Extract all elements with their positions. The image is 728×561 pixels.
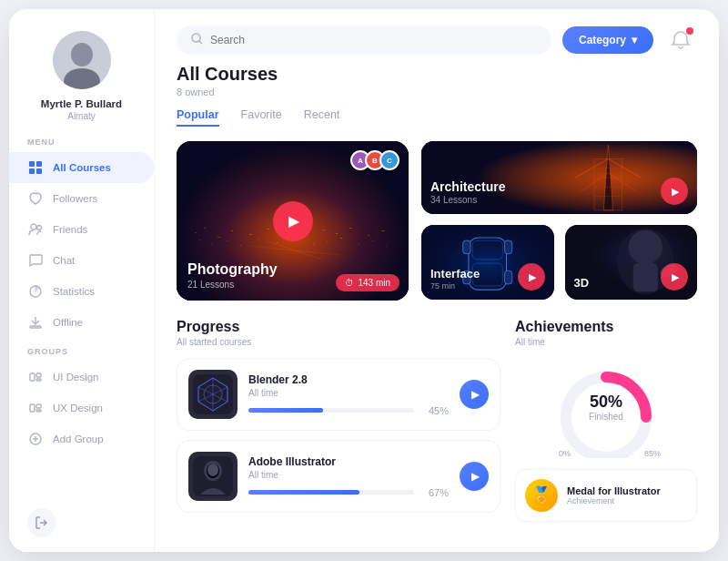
cards-right: Architecture 34 Lessons ▶	[421, 141, 697, 301]
blender-progress-bar	[248, 408, 414, 413]
progress-item-blender: Blender 2.8 All time 45% ▶	[177, 358, 500, 431]
sidebar-item-statistics[interactable]: Statistics	[9, 276, 154, 307]
sidebar-item-offline[interactable]: Offline	[9, 307, 154, 338]
play-button-large[interactable]: ▶	[273, 201, 313, 241]
card-3d[interactable]: 3D ▶	[565, 225, 698, 300]
heart-icon	[27, 190, 44, 207]
main-content: Category ▾ All Courses 8 owned Popular F…	[155, 9, 719, 552]
tab-recent[interactable]: Recent	[304, 108, 340, 127]
sidebar-item-label: Friends	[53, 224, 87, 235]
two-col-row: Progress All started courses	[177, 319, 697, 522]
sidebar-item-all-courses[interactable]: All Courses	[9, 152, 154, 183]
blender-play-button[interactable]: ▶	[460, 380, 489, 409]
bottom-cards: Interface 75 min ▶	[421, 225, 697, 301]
groups-label: GROUPS	[9, 347, 68, 356]
blender-time: All time	[248, 388, 449, 398]
iface-sub: 75 min	[430, 281, 480, 291]
card-interface[interactable]: Interface 75 min ▶	[421, 225, 554, 300]
logout-wrap	[9, 508, 154, 537]
svg-point-77	[628, 230, 662, 264]
chat-icon	[27, 252, 44, 269]
svg-point-7	[31, 224, 36, 230]
sidebar-item-ui-design[interactable]: UI Design	[9, 362, 154, 393]
sidebar-item-followers[interactable]: Followers	[9, 183, 154, 214]
user-name: Myrtle P. Bullard	[41, 98, 122, 109]
scroll-area: All Courses 8 owned Popular Favorite Rec…	[155, 64, 719, 552]
donut-label: Finished	[589, 412, 623, 422]
td-title: 3D	[574, 276, 590, 290]
svg-text:0%: 0%	[559, 449, 571, 458]
play-icon: ▶	[288, 212, 299, 230]
svg-rect-16	[36, 410, 41, 412]
card-architecture[interactable]: Architecture 34 Lessons ▶	[421, 141, 697, 214]
card-avatars: A B C	[350, 150, 399, 170]
svg-point-1	[71, 43, 93, 66]
svg-rect-15	[36, 404, 41, 408]
tab-favorite[interactable]: Favorite	[241, 108, 282, 127]
svg-rect-14	[30, 404, 35, 412]
illustrator-thumbnail	[188, 452, 238, 501]
notification-dot	[686, 27, 693, 35]
tab-popular[interactable]: Popular	[177, 108, 219, 127]
avatar-3: C	[379, 150, 399, 170]
offline-icon	[27, 314, 44, 331]
illustrator-play-button[interactable]: ▶	[460, 462, 489, 491]
achievements-section: Achievements All time 0% 85%	[515, 319, 697, 522]
card-photography[interactable]: A B C Photography 21 Lessons ▶	[177, 141, 409, 301]
add-icon	[27, 431, 44, 447]
svg-rect-10	[30, 326, 41, 328]
iface-title: Interface	[430, 267, 480, 280]
category-button[interactable]: Category ▾	[562, 26, 653, 54]
illustrator-name: Adobe Illustrator	[248, 455, 449, 468]
sidebar-item-ux-design[interactable]: UX Design	[9, 393, 154, 423]
cards-row: A B C Photography 21 Lessons ▶	[177, 141, 697, 301]
blender-thumbnail	[188, 370, 238, 419]
svg-point-8	[37, 226, 42, 230]
svg-rect-4	[36, 161, 42, 167]
play-icon: ▶	[529, 271, 536, 283]
sidebar-item-label: Offline	[53, 317, 83, 328]
sidebar-item-label: UI Design	[53, 372, 99, 382]
donut-center: 50% Finished	[589, 393, 623, 422]
donut-percent: 50%	[590, 393, 622, 412]
sidebar: Myrtle P. Bullard Almaty Menu All Course…	[9, 9, 155, 552]
sidebar-item-label: Followers	[53, 193, 97, 204]
badge-name: Medal for Illustrator	[567, 485, 661, 496]
arch-title: Architecture	[430, 179, 505, 194]
topbar: Category ▾	[155, 9, 719, 64]
svg-line-22	[199, 41, 203, 45]
logout-button[interactable]	[27, 508, 56, 537]
blender-info: Blender 2.8 All time 45%	[248, 373, 449, 416]
illustrator-percent: 67%	[429, 487, 449, 498]
play-button-iface[interactable]: ▶	[518, 263, 545, 291]
courses-subtitle: 8 owned	[177, 87, 697, 97]
badge-item: 🏅 Medal for Illustrator Achievement	[515, 469, 697, 522]
progress-section: Progress All started courses	[177, 319, 500, 522]
sidebar-item-add-group[interactable]: Add Group	[9, 423, 154, 454]
svg-rect-12	[36, 373, 41, 377]
bell-button[interactable]	[664, 24, 697, 56]
play-icon: ▶	[471, 470, 480, 483]
progress-subtitle: All started courses	[177, 337, 500, 347]
statistics-icon	[27, 283, 44, 300]
play-icon: ▶	[471, 388, 480, 401]
sidebar-item-chat[interactable]: Chat	[9, 245, 154, 276]
play-button-arch[interactable]: ▶	[661, 178, 688, 205]
ui-icon	[27, 369, 44, 385]
friends-icon	[27, 221, 44, 238]
svg-rect-11	[30, 373, 35, 381]
clock-icon: ⏱	[345, 278, 354, 288]
sidebar-item-friends[interactable]: Friends	[9, 214, 154, 245]
search-input[interactable]	[210, 34, 537, 46]
play-icon: ▶	[672, 271, 679, 283]
avatar	[53, 31, 111, 89]
illustrator-info: Adobe Illustrator All time 67%	[248, 455, 449, 498]
svg-text:85%: 85%	[644, 449, 661, 458]
user-location: Almaty	[67, 111, 96, 121]
illustrator-bar-fill	[248, 490, 359, 495]
illustrator-progress-bar	[248, 490, 414, 495]
blender-bar-fill	[248, 408, 323, 413]
play-button-3d[interactable]: ▶	[661, 263, 688, 291]
progress-title: Progress	[177, 319, 500, 335]
arch-lessons: 34 Lessons	[430, 195, 505, 205]
